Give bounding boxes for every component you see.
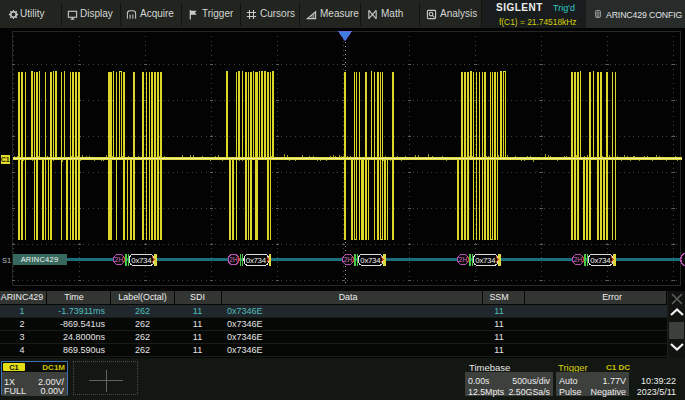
svg-text:2H: 2H xyxy=(574,256,583,263)
svg-text:0x734: 0x734 xyxy=(590,256,611,265)
svg-text:C1: C1 xyxy=(1,156,10,163)
svg-text:S1: S1 xyxy=(2,256,11,265)
svg-text:2H: 2H xyxy=(229,256,238,263)
svg-text:0x734: 0x734 xyxy=(246,256,267,265)
svg-text:0x734: 0x734 xyxy=(131,256,152,265)
svg-text:0x734: 0x734 xyxy=(475,256,496,265)
svg-text:ARINC429: ARINC429 xyxy=(21,255,59,264)
svg-text:0x734: 0x734 xyxy=(360,256,381,265)
svg-text:2H: 2H xyxy=(344,256,353,263)
svg-text:2H: 2H xyxy=(115,256,124,263)
svg-text:2H: 2H xyxy=(459,256,468,263)
